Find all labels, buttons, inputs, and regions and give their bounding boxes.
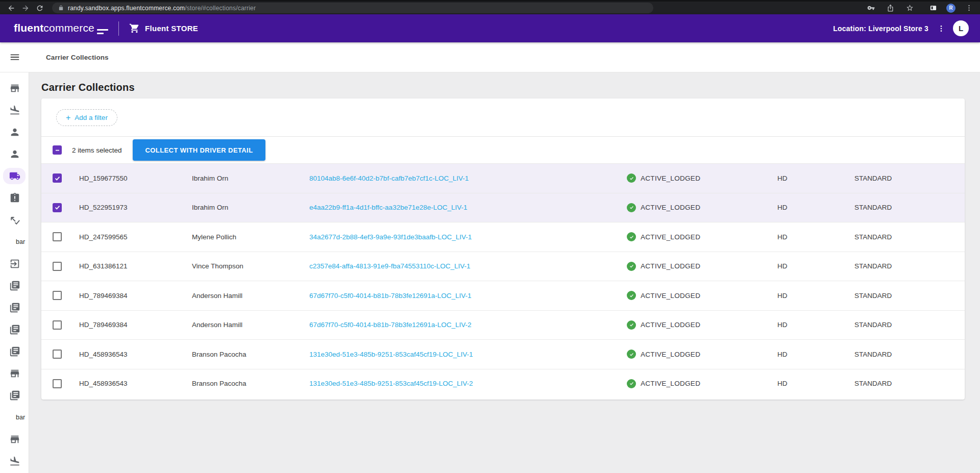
sidebar-item-library-14[interactable] [0, 388, 29, 403]
status-cell: ACTIVE_LODGED [627, 350, 777, 359]
key-icon[interactable] [865, 3, 877, 14]
status-check-icon [627, 379, 636, 388]
browser-profile-avatar[interactable]: R [946, 4, 955, 13]
status-label: ACTIVE_LODGED [641, 233, 700, 241]
sidebar-item-assignment-late-5[interactable] [0, 191, 29, 205]
collection-ref-link[interactable]: 80104ab8-6e6f-40d2-b7bf-cafb7eb7cf1c-LOC… [309, 175, 469, 182]
bookmark-star-icon[interactable] [903, 3, 916, 14]
row-checkbox[interactable] [53, 203, 62, 212]
sidebar-item-library-11[interactable] [0, 322, 29, 337]
collection-ref-link[interactable]: 67d67f70-c5f0-4014-b81b-78b3fe12691a-LOC… [309, 321, 472, 329]
row-checkbox-cell [53, 350, 79, 359]
sidebar-item-arrow-check-6[interactable] [0, 213, 29, 227]
sidebar-item-label-15[interactable]: bar [0, 410, 29, 425]
sidebar-item-person-3[interactable] [0, 147, 29, 161]
sidebar-item-truck-4[interactable] [0, 169, 29, 183]
sidebar-item-person-2[interactable] [0, 125, 29, 139]
collection-ref-link[interactable]: 67d67f70-c5f0-4014-b81b-78b3fe12691a-LOC… [309, 292, 472, 300]
row-checkbox[interactable] [53, 291, 62, 300]
status-check-icon [627, 203, 636, 212]
browser-menu-kebab-icon[interactable] [963, 3, 975, 14]
row-checkbox-cell [53, 262, 79, 271]
sidebar-item-library-12[interactable] [0, 344, 29, 359]
library-icon [9, 280, 20, 291]
sidebar-item-label-7[interactable]: bar [0, 235, 29, 249]
side-panel-icon[interactable] [927, 3, 939, 14]
table-row[interactable]: HD_159677550Ibrahim Orn80104ab8-6e6f-40d… [41, 163, 965, 193]
sidebar-item-store-13[interactable] [0, 366, 29, 381]
table-row[interactable]: HD_789469384Anderson Hamill67d67f70-c5f0… [41, 310, 965, 340]
sidebar-item-library-10[interactable] [0, 301, 29, 315]
lock-icon [58, 5, 64, 11]
row-checkbox[interactable] [53, 173, 62, 183]
service-level: STANDARD [854, 204, 965, 211]
back-icon[interactable] [5, 3, 17, 14]
fluent-logo-mark-icon [97, 29, 108, 34]
collect-with-driver-detail-button[interactable]: COLLECT WITH DRIVER DETAIL [133, 139, 266, 161]
table-row[interactable]: HD_458936543Branson Pacocha131e30ed-51e3… [41, 369, 965, 399]
collection-ref-cell: e4aa22b9-ff1a-4d1f-bffc-aa32be71e28e-LOC… [309, 204, 627, 211]
url-bar[interactable]: randy.sandbox.apps.fluentcommerce.com/st… [52, 3, 653, 13]
driver-name: Mylene Pollich [192, 233, 309, 241]
status-check-icon [627, 173, 636, 183]
share-icon[interactable] [884, 3, 896, 14]
reload-icon[interactable] [34, 3, 46, 14]
breadcrumb: Carrier Collections [46, 54, 109, 61]
row-checkbox[interactable] [53, 320, 62, 330]
sidebar-item-store-16[interactable] [0, 432, 29, 446]
store-icon [9, 434, 20, 445]
status-cell: ACTIVE_LODGED [627, 379, 777, 388]
collection-ref-link[interactable]: 34a2677d-2b88-4ef3-9a9e-93f1de3baafb-LOC… [309, 233, 472, 241]
row-checkbox[interactable] [53, 350, 62, 359]
collection-ref-cell: 34a2677d-2b88-4ef3-9a9e-93f1de3baafb-LOC… [309, 233, 627, 241]
select-all-checkbox[interactable] [53, 145, 62, 155]
flight-land-icon [9, 105, 20, 116]
collection-ref-link[interactable]: 131e30ed-51e3-485b-9251-853caf45cf19-LOC… [309, 380, 473, 387]
collection-ref-link[interactable]: e4aa22b9-ff1a-4d1f-bffc-aa32be71e28e-LOC… [309, 204, 468, 211]
user-avatar[interactable]: L [953, 20, 969, 36]
sidebar-item-flight-land-17[interactable] [0, 454, 29, 468]
table-row[interactable]: HD_247599565Mylene Pollich34a2677d-2b88-… [41, 222, 965, 252]
collection-ref-link[interactable]: c2357e84-affa-4813-91e9-fba74553110c-LOC… [309, 262, 471, 270]
logo-text-light: commerce [43, 22, 94, 34]
store-brand: Fluent STORE [129, 23, 198, 34]
forward-icon[interactable] [19, 3, 32, 14]
row-checkbox[interactable] [53, 379, 62, 388]
collection-id: HD_458936543 [79, 351, 192, 358]
header-menu-kebab-icon[interactable] [937, 22, 946, 35]
menu-hamburger-icon[interactable] [0, 42, 29, 72]
table-row[interactable]: HD_522951973Ibrahim Orne4aa22b9-ff1a-4d1… [41, 193, 965, 222]
location-label[interactable]: Location: Liverpool Store 3 [833, 24, 928, 33]
status-cell: ACTIVE_LODGED [627, 320, 777, 330]
driver-name: Anderson Hamill [192, 321, 309, 329]
status-check-icon [627, 262, 636, 271]
row-checkbox[interactable] [53, 232, 62, 241]
filter-section: + Add a filter [41, 98, 965, 136]
driver-name: Branson Pacocha [192, 380, 309, 387]
status-cell: ACTIVE_LODGED [627, 291, 777, 300]
collection-id: HD_789469384 [79, 292, 192, 300]
table-row[interactable]: HD_458936543Branson Pacocha131e30ed-51e3… [41, 339, 965, 369]
table-row[interactable]: HD_631386121Vince Thompsonc2357e84-affa-… [41, 252, 965, 281]
collection-ref-cell: 131e30ed-51e3-485b-9251-853caf45cf19-LOC… [309, 351, 627, 358]
sidebar-item-flight-land-1[interactable] [0, 103, 29, 117]
sidebar-item-library-9[interactable] [0, 279, 29, 293]
sidebar-item-exit-to-app-8[interactable] [0, 257, 29, 271]
store-icon [9, 83, 20, 94]
plus-icon: + [66, 114, 70, 121]
person-icon [9, 127, 20, 138]
status-cell: ACTIVE_LODGED [627, 173, 777, 183]
row-checkbox-cell [53, 232, 79, 241]
table-row[interactable]: HD_789469384Anderson Hamill67d67f70-c5f0… [41, 281, 965, 310]
collection-ref-cell: 80104ab8-6e6f-40d2-b7bf-cafb7eb7cf1c-LOC… [309, 175, 627, 182]
collection-id: HD_631386121 [79, 262, 192, 270]
row-checkbox[interactable] [53, 262, 62, 271]
table-body: HD_159677550Ibrahim Orn80104ab8-6e6f-40d… [41, 163, 965, 398]
delivery-type: HD [777, 175, 854, 182]
add-filter-button[interactable]: + Add a filter [56, 109, 117, 126]
delivery-type: HD [777, 262, 854, 270]
collection-ref-link[interactable]: 131e30ed-51e3-485b-9251-853caf45cf19-LOC… [309, 351, 473, 358]
sidebar-item-store-0[interactable] [0, 81, 29, 95]
delivery-type: HD [777, 292, 854, 300]
collection-ref-cell: 67d67f70-c5f0-4014-b81b-78b3fe12691a-LOC… [309, 321, 627, 329]
